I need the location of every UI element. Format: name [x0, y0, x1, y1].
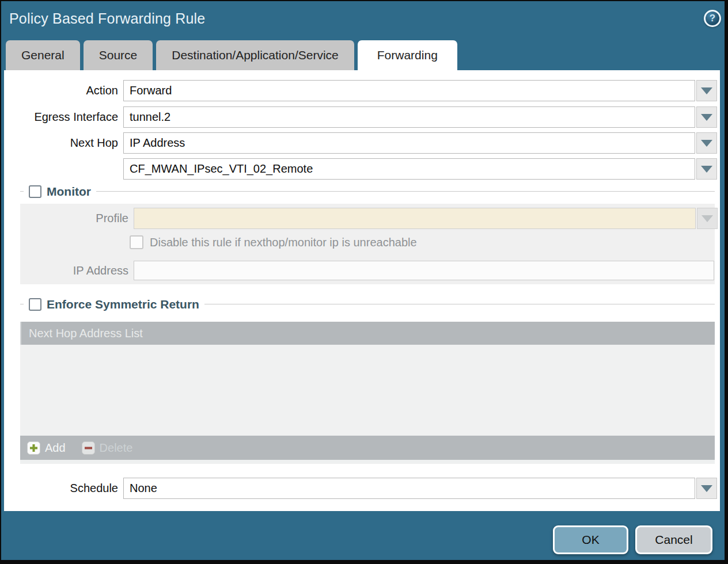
chevron-down-icon	[701, 114, 712, 121]
help-glyph: ?	[710, 13, 715, 24]
disable-rule-checkbox	[130, 235, 143, 249]
disable-rule-label: Disable this rule if nexthop/monitor ip …	[150, 236, 417, 249]
next-hop-label: Next Hop	[4, 136, 123, 150]
monitor-legend-label: Monitor	[47, 185, 91, 199]
chevron-down-icon	[701, 166, 712, 173]
next-hop-address-dropdown-button[interactable]	[696, 158, 717, 180]
table-toolbar: Add Delete	[20, 436, 715, 460]
next-hop-address-row: CF_MWAN_IPsec_VTI_02_Remote	[4, 158, 717, 180]
action-select[interactable]: Forward	[123, 80, 695, 101]
tab-source[interactable]: Source	[84, 40, 153, 70]
next-hop-type-select[interactable]: IP Address	[123, 132, 695, 154]
delete-button-label: Delete	[100, 441, 133, 455]
add-button-label: Add	[45, 441, 66, 455]
profile-row: Profile	[20, 208, 718, 229]
schedule-dropdown-button[interactable]	[696, 478, 717, 499]
symmetric-return-section-header: Enforce Symmetric Return	[20, 296, 715, 313]
action-row: Action Forward	[4, 80, 717, 101]
monitor-panel: Profile Disable this rule if nexthop/mon…	[20, 204, 715, 284]
symmetric-return-legend: Enforce Symmetric Return	[24, 296, 204, 313]
monitor-legend: Monitor	[24, 184, 96, 200]
dialog-title: Policy Based Forwarding Rule	[9, 10, 205, 27]
next-hop-address-list-body[interactable]	[20, 345, 715, 436]
enforce-symmetric-return-checkbox[interactable]	[29, 298, 41, 311]
help-icon[interactable]: ?	[704, 10, 721, 27]
profile-label: Profile	[20, 212, 134, 225]
chevron-down-icon	[702, 215, 713, 222]
tab-content-panel: Action Forward Egress Interface tunnel.2…	[4, 70, 720, 511]
symmetric-return-legend-label: Enforce Symmetric Return	[47, 298, 199, 311]
monitor-ip-address-row: IP Address	[20, 261, 714, 280]
tab-destination-application-service[interactable]: Destination/Application/Service	[156, 40, 354, 70]
egress-interface-row: Egress Interface tunnel.2	[4, 106, 717, 128]
next-hop-address-select[interactable]: CF_MWAN_IPsec_VTI_02_Remote	[123, 158, 695, 180]
action-dropdown-button[interactable]	[696, 80, 717, 101]
monitor-ip-address-input	[134, 261, 714, 280]
disable-rule-row: Disable this rule if nexthop/monitor ip …	[130, 235, 417, 249]
monitor-section-header: Monitor	[20, 184, 715, 200]
monitor-checkbox[interactable]	[29, 185, 41, 198]
next-hop-address-table: Next Hop Address List Add Dele	[20, 322, 715, 464]
chevron-down-icon	[701, 87, 712, 94]
profile-dropdown-button	[697, 208, 718, 229]
egress-interface-label: Egress Interface	[4, 110, 123, 124]
next-hop-dropdown-button[interactable]	[696, 132, 717, 154]
monitor-section-rule	[20, 191, 715, 192]
tab-general[interactable]: General	[6, 40, 80, 70]
schedule-select[interactable]: None	[123, 478, 695, 499]
add-button[interactable]: Add	[27, 441, 66, 455]
monitor-ip-address-label: IP Address	[20, 264, 134, 277]
action-label: Action	[4, 84, 123, 97]
add-plus-icon	[27, 441, 40, 455]
delete-button: Delete	[82, 441, 133, 455]
profile-select	[134, 208, 696, 229]
egress-interface-dropdown-button[interactable]	[696, 106, 717, 128]
chevron-down-icon	[701, 485, 712, 492]
chevron-down-icon	[701, 140, 712, 147]
table-bottom-strip	[20, 460, 715, 464]
schedule-row: Schedule None	[4, 478, 717, 499]
cancel-button[interactable]: Cancel	[635, 525, 712, 554]
tab-bar: General Source Destination/Application/S…	[6, 40, 457, 70]
pbf-rule-dialog: Policy Based Forwarding Rule ? General S…	[1, 1, 725, 560]
next-hop-address-list-header: Next Hop Address List	[20, 322, 715, 345]
next-hop-row: Next Hop IP Address	[4, 132, 717, 154]
ok-button[interactable]: OK	[553, 525, 628, 554]
delete-minus-icon	[82, 441, 95, 455]
schedule-label: Schedule	[4, 482, 123, 495]
tab-forwarding[interactable]: Forwarding	[358, 40, 457, 70]
egress-interface-select[interactable]: tunnel.2	[123, 106, 695, 128]
